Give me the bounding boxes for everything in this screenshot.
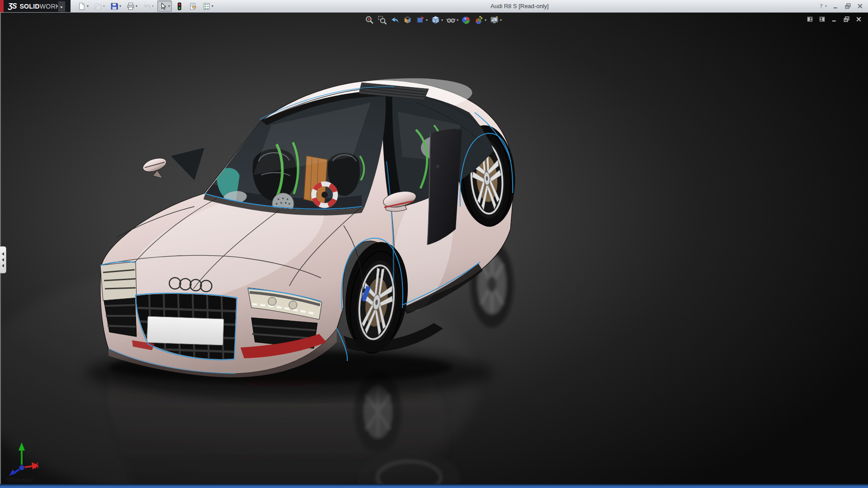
brand-solid-text: SOLID bbox=[19, 3, 39, 10]
close-button[interactable] bbox=[855, 15, 863, 23]
help-button[interactable]: ?▾ bbox=[818, 3, 827, 9]
select-icon bbox=[159, 2, 167, 10]
model-audi-r8[interactable] bbox=[0, 12, 868, 488]
dock-pane-left-button[interactable] bbox=[806, 15, 814, 23]
view-orientation-label: *Dimetric bbox=[6, 476, 34, 483]
main-toolbar: ▾▾▾▾▾▾▾ bbox=[76, 0, 215, 12]
zoom-to-area-icon bbox=[377, 15, 387, 25]
zoom-to-fit-button[interactable] bbox=[364, 15, 375, 25]
dropdown-caret-icon[interactable]: ▾ bbox=[500, 18, 502, 22]
dock-pane-right-button[interactable] bbox=[818, 15, 826, 23]
minimize-button[interactable] bbox=[830, 15, 838, 23]
dropdown-caret-icon[interactable]: ▾ bbox=[136, 5, 137, 8]
print-button[interactable]: ▾ bbox=[125, 0, 139, 12]
save-icon bbox=[110, 2, 118, 10]
dynamic-annotation-views-button[interactable]: ▾ bbox=[415, 15, 428, 25]
minimize-icon bbox=[831, 16, 838, 23]
close-icon bbox=[857, 3, 863, 9]
chevron-left-icon bbox=[2, 264, 4, 267]
minimize-icon bbox=[832, 3, 839, 9]
headsup-view-toolbar: ▾▾▾▾▾ bbox=[364, 15, 502, 25]
close-button[interactable] bbox=[857, 3, 863, 9]
hide-show-items-button[interactable]: ▾ bbox=[446, 15, 459, 25]
view-settings-button[interactable]: ▾ bbox=[489, 15, 502, 25]
dock-pane-left-icon bbox=[807, 16, 813, 23]
status-strip bbox=[0, 484, 868, 488]
print-icon bbox=[127, 2, 135, 10]
view-orientation-button[interactable]: ▾ bbox=[430, 15, 443, 25]
close-icon bbox=[855, 16, 862, 23]
file-properties-button[interactable] bbox=[187, 0, 199, 12]
menu-expand-button[interactable]: ▸ bbox=[58, 1, 66, 12]
view-orientation-icon bbox=[431, 15, 440, 25]
file-properties-icon bbox=[189, 2, 197, 10]
chevron-left-icon bbox=[2, 258, 4, 262]
dassault-red-accent bbox=[0, 0, 4, 12]
restore-icon bbox=[843, 16, 850, 23]
viewport-3d[interactable]: ▾▾▾▾▾ *Dimetric bbox=[0, 12, 868, 488]
dropdown-caret-icon[interactable]: ▾ bbox=[103, 5, 105, 8]
previous-view-button[interactable] bbox=[390, 15, 400, 25]
help-icon: ? bbox=[818, 3, 825, 9]
svg-text:?: ? bbox=[820, 3, 822, 9]
window-controls: ?▾ bbox=[818, 0, 863, 12]
feature-tree-collapsed-tab[interactable] bbox=[0, 246, 6, 273]
select-button[interactable]: ▾ bbox=[157, 0, 172, 12]
hide-show-items-icon bbox=[446, 15, 456, 25]
dropdown-caret-icon[interactable]: ▾ bbox=[87, 5, 89, 8]
zoom-to-fit-icon bbox=[365, 15, 374, 25]
dropdown-caret-icon[interactable]: ▾ bbox=[457, 18, 458, 22]
titlebar: ƷS SOLIDWORKS ▸ ▾▾▾▾▾▾▾ Audi R8 S [Read-… bbox=[0, 0, 868, 13]
restore-button[interactable] bbox=[844, 3, 851, 9]
dropdown-caret-icon[interactable]: ▾ bbox=[485, 18, 486, 22]
save-button[interactable]: ▾ bbox=[108, 0, 123, 12]
open-file-button[interactable]: ▾ bbox=[92, 0, 107, 12]
options-button[interactable]: ▾ bbox=[201, 0, 215, 12]
edit-appearance-button[interactable] bbox=[461, 15, 472, 25]
dock-pane-right-icon bbox=[819, 16, 826, 23]
3ds-logo-icon: ƷS bbox=[8, 2, 16, 10]
open-file-icon bbox=[94, 2, 102, 10]
dropdown-caret-icon[interactable]: ▾ bbox=[119, 5, 121, 8]
rebuild-button[interactable] bbox=[174, 0, 185, 12]
license-plate bbox=[147, 316, 224, 345]
view-settings-icon bbox=[490, 15, 499, 25]
edit-appearance-icon bbox=[462, 15, 471, 25]
undo-icon bbox=[143, 2, 151, 10]
restore-icon bbox=[844, 3, 851, 9]
dropdown-caret-icon[interactable]: ▾ bbox=[426, 18, 428, 22]
child-window-controls bbox=[806, 15, 863, 23]
new-file-icon bbox=[78, 2, 86, 10]
new-file-button[interactable]: ▾ bbox=[76, 0, 90, 12]
left-headlight[interactable] bbox=[100, 262, 137, 300]
section-view-button[interactable] bbox=[402, 15, 413, 25]
apply-scene-icon bbox=[474, 15, 484, 25]
dropdown-caret-icon[interactable]: ▾ bbox=[825, 4, 827, 8]
chevron-left-icon bbox=[2, 252, 4, 256]
dropdown-caret-icon[interactable]: ▾ bbox=[212, 5, 213, 8]
section-view-icon bbox=[403, 15, 412, 25]
dropdown-caret-icon[interactable]: ▾ bbox=[168, 5, 170, 8]
zoom-to-area-button[interactable] bbox=[377, 15, 387, 25]
undo-button[interactable]: ▾ bbox=[141, 0, 156, 12]
orientation-triad bbox=[5, 441, 41, 476]
minimize-button[interactable] bbox=[832, 3, 839, 9]
restore-button[interactable] bbox=[843, 15, 850, 23]
dynamic-annotation-views-icon bbox=[415, 15, 425, 25]
previous-view-icon bbox=[390, 15, 400, 25]
window-title: Audi R8 S [Read-only] bbox=[491, 0, 549, 12]
options-icon bbox=[203, 2, 211, 10]
apply-scene-button[interactable]: ▾ bbox=[474, 15, 487, 25]
dropdown-caret-icon[interactable]: ▾ bbox=[441, 18, 443, 22]
rebuild-icon bbox=[175, 2, 184, 10]
dropdown-caret-icon[interactable]: ▾ bbox=[152, 5, 154, 8]
